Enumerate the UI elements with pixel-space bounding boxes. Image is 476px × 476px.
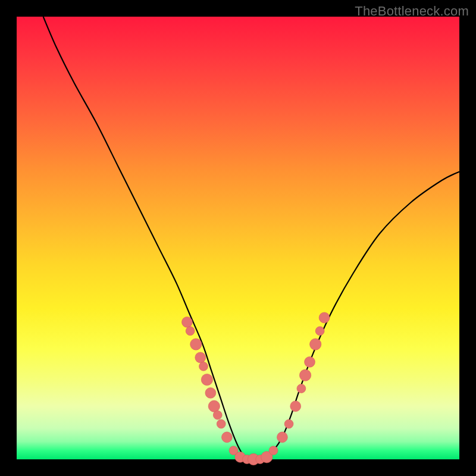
- chart-frame: TheBottleneck.com: [0, 0, 476, 476]
- curve-marker: [190, 339, 202, 350]
- curve-marker: [208, 400, 220, 412]
- curve-marker: [205, 387, 216, 398]
- bottleneck-curve: [43, 17, 459, 461]
- curve-marker: [315, 327, 324, 336]
- curve-marker: [310, 339, 321, 350]
- curve-marker: [217, 419, 226, 428]
- curve-marker: [221, 432, 232, 443]
- curve-marker: [319, 312, 330, 323]
- curve-marker: [299, 369, 311, 381]
- curve-marker: [195, 352, 206, 363]
- curve-marker: [201, 374, 212, 385]
- watermark-text: TheBottleneck.com: [355, 4, 469, 19]
- curve-marker: [277, 432, 287, 443]
- curve-marker: [290, 401, 301, 412]
- curve-marker: [199, 362, 208, 371]
- curve-marker: [213, 411, 222, 419]
- curve-marker: [186, 327, 195, 336]
- curve-marker: [284, 419, 293, 428]
- curve-marker: [305, 356, 315, 367]
- curve-marker: [182, 317, 193, 327]
- chart-plot-area: [17, 17, 459, 459]
- curve-marker: [297, 384, 306, 393]
- curve-markers: [182, 312, 330, 465]
- chart-svg: [17, 17, 459, 459]
- curve-marker: [269, 446, 278, 455]
